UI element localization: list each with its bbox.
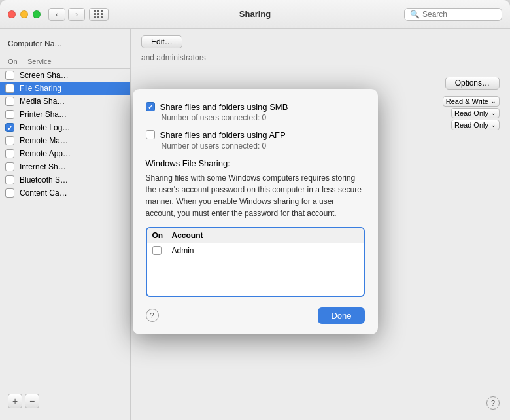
smb-checkbox[interactable]	[146, 102, 155, 111]
afp-label: Share files and folders using AFP	[146, 130, 365, 140]
content-area: Computer Na… On Service Screen Sha…File …	[0, 29, 510, 420]
titlebar: ‹ › Sharing 🔍	[0, 0, 510, 29]
search-bar[interactable]: 🔍	[404, 8, 502, 21]
afp-label-text: Share files and folders using AFP	[160, 130, 286, 140]
forward-button[interactable]: ›	[68, 8, 85, 21]
account-on-col-0	[152, 246, 172, 255]
grid-icon	[94, 10, 103, 19]
windows-sharing-section: Windows File Sharing: Sharing files with…	[146, 158, 365, 219]
options-modal: Share files and folders using SMB Number…	[133, 89, 378, 334]
maximize-button[interactable]	[33, 10, 41, 18]
account-table: On Account Admin	[146, 227, 365, 297]
search-icon: 🔍	[410, 10, 420, 19]
back-button[interactable]: ‹	[48, 8, 65, 21]
minimize-button[interactable]	[20, 10, 28, 18]
afp-checkbox[interactable]	[146, 130, 155, 139]
smb-label: Share files and folders using SMB	[146, 102, 365, 112]
window-title: Sharing	[239, 9, 271, 19]
account-name-0: Admin	[172, 246, 194, 255]
main-window: ‹ › Sharing 🔍 Computer Na… On Service	[0, 0, 510, 420]
afp-users-count: Number of users connected: 0	[162, 141, 365, 150]
modal-footer: ? Done	[146, 307, 365, 324]
windows-sharing-desc: Sharing files with some Windows computer…	[146, 172, 365, 219]
account-col-on-header: On	[152, 231, 172, 240]
afp-section: Share files and folders using AFP Number…	[146, 130, 365, 150]
modal-overlay: Share files and folders using SMB Number…	[0, 29, 510, 420]
close-button[interactable]	[8, 10, 16, 18]
account-table-body: Admin	[147, 243, 364, 296]
account-checkbox-0[interactable]	[152, 246, 162, 255]
done-button[interactable]: Done	[318, 307, 364, 324]
smb-section: Share files and folders using SMB Number…	[146, 102, 365, 122]
smb-label-text: Share files and folders using SMB	[160, 102, 288, 112]
search-input[interactable]	[422, 10, 496, 19]
nav-buttons: ‹ ›	[48, 8, 85, 21]
account-row-0: Admin	[147, 243, 364, 258]
modal-help-button[interactable]: ?	[146, 309, 159, 322]
traffic-lights	[8, 10, 41, 18]
account-col-account-header: Account	[172, 231, 203, 240]
smb-users-count: Number of users connected: 0	[162, 113, 365, 122]
account-table-header: On Account	[147, 228, 364, 243]
windows-sharing-title: Windows File Sharing:	[146, 158, 365, 168]
grid-button[interactable]	[89, 8, 109, 21]
